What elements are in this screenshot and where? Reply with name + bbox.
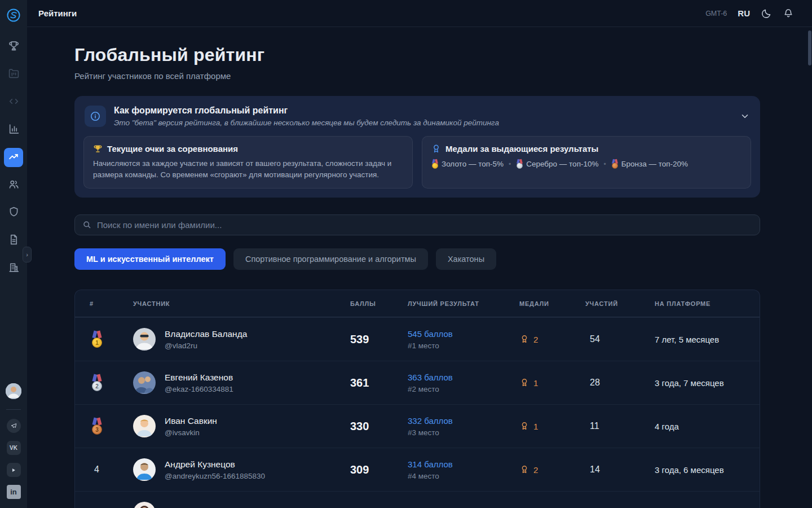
table-row[interactable]: 2 Евгений Казенов @ekaz-1660334881 361 3… [75, 361, 760, 404]
on-platform-duration: 3 года, 6 месяцев [655, 465, 760, 475]
filter-competitive-programming[interactable]: Спортивное программирование и алгоритмы [233, 248, 428, 270]
silver-rank-medal-icon: 2 [91, 374, 103, 391]
participant-name: Андрей Кузнецов [165, 459, 265, 470]
participant-handle: @ekaz-1660334881 [165, 385, 233, 393]
silver-medal-rule: Серебро — топ-10% [516, 159, 598, 169]
award-icon [519, 421, 529, 431]
search-bar [74, 214, 760, 235]
points-info-card: Текущие очки за соревнования Начисляются… [83, 136, 413, 189]
avatar [133, 415, 156, 437]
sidebar-item-organizations[interactable] [4, 259, 23, 278]
trophy-icon [8, 40, 20, 54]
points-value: 539 [350, 333, 408, 346]
participant-name: Иван Савкин [165, 416, 217, 426]
best-result-place: #3 место [408, 428, 519, 437]
filter-ml-ai[interactable]: ML и искусственный интеллект [74, 248, 226, 270]
info-icon [85, 106, 106, 127]
trophy-icon [93, 144, 103, 154]
on-platform-duration: 7 лет, 5 месяцев [655, 335, 760, 344]
search-input[interactable] [97, 220, 752, 230]
participant-handle: @andreykuzn56-1661885830 [165, 472, 265, 480]
best-result-points[interactable]: 314 баллов [408, 459, 519, 469]
sidebar-item-community[interactable] [4, 176, 23, 195]
table-row[interactable]: 4 Татьяна Некрасова 309 309 баллов — 20 … [75, 491, 760, 508]
file-text-icon [8, 234, 20, 248]
page-breadcrumb-title: Рейтинги [27, 8, 77, 18]
on-platform-duration: 3 года, 7 месяцев [655, 378, 760, 388]
shield-icon [8, 206, 20, 220]
participant-handle: @ivsavkin [165, 428, 217, 437]
best-result-points[interactable]: 545 баллов [408, 329, 519, 339]
participations-count: 11 [585, 421, 655, 431]
points-card-title: Текущие очки за соревнования [107, 144, 238, 154]
best-result-place: #4 место [408, 472, 519, 480]
language-switcher[interactable]: RU [738, 8, 750, 18]
sidebar-divider [6, 409, 21, 410]
notifications-bell-icon[interactable] [783, 8, 794, 19]
best-result-points[interactable]: 332 баллов [408, 416, 519, 426]
medals-count-cell: 1 [519, 421, 585, 431]
table-row[interactable]: 3 Иван Савкин @ivsavkin 330 332 баллов #… [75, 404, 760, 448]
folder-kanban-icon [8, 68, 20, 82]
avatar [133, 371, 156, 394]
users-icon [8, 178, 20, 192]
award-icon [519, 378, 529, 388]
sidebar-expand-toggle[interactable]: › [23, 247, 32, 262]
award-icon [519, 334, 529, 344]
sidebar-item-statistics[interactable] [4, 120, 23, 139]
participant-name: Владислав Баланда [165, 329, 247, 339]
sidebar-item-security[interactable] [4, 203, 23, 222]
table-row[interactable]: 1 Владислав Баланда @vlad2ru 539 545 бал… [75, 317, 760, 361]
rank-number: 4 [91, 465, 99, 475]
medals-info-card: Медали за выдающиеся результаты Золото —… [422, 136, 751, 189]
best-result-points[interactable]: 363 баллов [408, 373, 519, 382]
participations-count: 54 [585, 334, 655, 344]
youtube-icon[interactable] [7, 463, 21, 477]
points-value: 330 [350, 420, 408, 433]
filter-hackathons[interactable]: Хакатоны [436, 248, 496, 270]
topbar: Рейтинги GMT-6 RU [27, 0, 812, 27]
best-result-place: #2 место [408, 385, 519, 393]
avatar [133, 502, 156, 508]
medals-card-title: Медали за выдающиеся результаты [445, 144, 598, 154]
vk-icon[interactable]: VK [7, 441, 21, 455]
building-icon [8, 261, 20, 275]
main-content: Глобальный рейтинг Рейтинг участников по… [27, 0, 812, 508]
banner-subtitle: Это "бета" версия рейтинга, в ближайшие … [114, 119, 499, 127]
table-row[interactable]: 4 Андрей Кузнецов @andreykuzn56-16618858… [75, 448, 760, 491]
sidebar-item-documents[interactable] [4, 231, 23, 250]
banner-title: Как формируется глобальный рейтинг [114, 106, 499, 116]
code-icon [8, 95, 20, 110]
table-header: # Участник Баллы Лучший результат Медали… [75, 290, 760, 317]
medals-count-cell: 2 [519, 465, 585, 475]
chevron-down-icon[interactable] [740, 111, 750, 121]
trending-up-icon [8, 151, 20, 165]
gold-medal-rule: Золото — топ-5% [431, 159, 504, 169]
scrollbar-thumb[interactable] [808, 30, 811, 65]
participant-handle: @vlad2ru [165, 341, 247, 350]
sidebar-item-code[interactable] [4, 93, 23, 112]
silver-medal-icon [516, 159, 523, 169]
medals-count-cell: 1 [519, 378, 585, 388]
bar-chart-icon [8, 123, 20, 137]
avatar [133, 458, 156, 481]
sidebar-nav [4, 37, 23, 278]
gold-medal-icon [431, 159, 439, 169]
points-value: 309 [350, 463, 408, 476]
linkedin-icon[interactable]: in [7, 485, 21, 499]
bronze-medal-rule: Бронза — топ-20% [611, 159, 688, 169]
best-result-place: #1 место [408, 341, 519, 350]
app-logo-icon[interactable] [6, 8, 21, 23]
medal-icon [431, 144, 441, 154]
rating-table: # Участник Баллы Лучший результат Медали… [74, 290, 760, 508]
sidebar-item-ratings[interactable] [4, 148, 23, 167]
user-avatar[interactable] [6, 383, 21, 399]
theme-toggle-moon-icon[interactable] [761, 8, 772, 19]
sidebar-item-competitions[interactable] [4, 37, 23, 56]
sidebar-item-projects[interactable] [4, 65, 23, 84]
telegram-icon[interactable] [7, 419, 21, 433]
bronze-rank-medal-icon: 3 [91, 418, 103, 435]
gold-rank-medal-icon: 1 [91, 331, 103, 348]
rating-info-banner: Как формируется глобальный рейтинг Это "… [74, 96, 760, 198]
participations-count: 28 [585, 378, 655, 388]
